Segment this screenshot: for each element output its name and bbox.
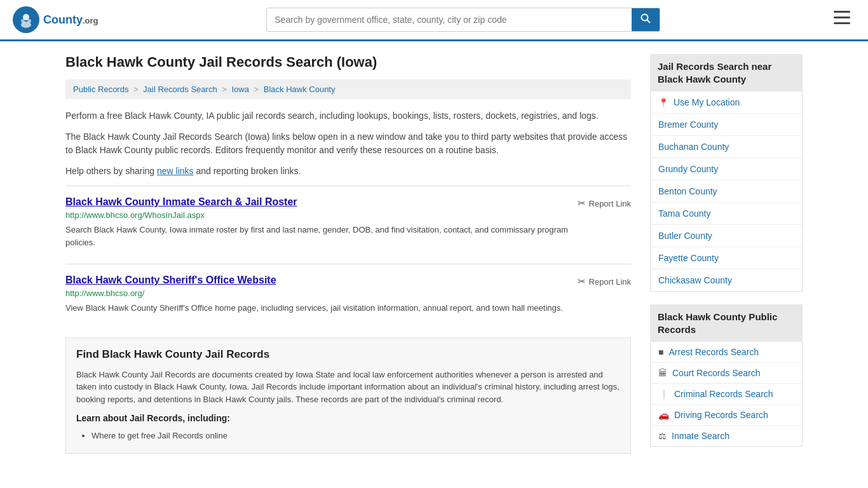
arrest-records[interactable]: ■ Arrest Records Search [651,342,802,363]
driving-icon: 🚗 [658,410,669,420]
learn-title: Learn about Jail Records, including: [76,413,620,423]
result-desc-1: Search Black Hawk County, Iowa inmate ro… [65,224,570,248]
location-icon: 📍 [658,98,668,107]
result-desc-2: View Black Hawk County Sheriff's Office … [65,302,563,315]
breadcrumb-public-records[interactable]: Public Records [73,85,128,94]
svg-point-4 [27,19,31,23]
public-records-list: ■ Arrest Records Search 🏛 Court Records … [650,342,803,447]
nearby-heading: Jail Records Search near Black Hawk Coun… [650,54,803,92]
use-my-location[interactable]: 📍 Use My Location [651,92,802,114]
svg-rect-8 [834,17,850,18]
result-url-1[interactable]: http://www.bhcso.org/WhosInJail.aspx [65,210,570,220]
svg-rect-7 [834,11,850,13]
public-records-section: Black Hawk County Public Records ■ Arres… [650,304,803,447]
logo-text: County.org [43,13,98,27]
county-butler[interactable]: Butler County [651,225,802,247]
county-chickasaw[interactable]: Chickasaw County [651,269,802,291]
menu-button[interactable] [829,8,855,31]
find-title: Find Black Hawk County Jail Records [76,348,620,361]
county-bremer[interactable]: Bremer County [651,114,802,136]
nearby-section: Jail Records Search near Black Hawk Coun… [650,54,803,292]
sidebar: Jail Records Search near Black Hawk Coun… [650,54,803,459]
report-icon-1: ✂ [578,198,586,209]
new-links-link[interactable]: new links [157,166,194,176]
report-link-2[interactable]: ✂ Report Link [578,276,631,287]
find-text: Black Hawk County Jail Records are docum… [76,369,620,406]
public-records-heading: Black Hawk County Public Records [650,304,803,342]
county-tama[interactable]: Tama County [651,203,802,225]
county-grundy[interactable]: Grundy County [651,158,802,180]
search-bar [266,8,660,32]
criminal-icon: ❕ [658,389,669,399]
driving-records[interactable]: 🚗 Driving Records Search [651,405,802,426]
inmate-search[interactable]: ⚖ Inmate Search [651,426,802,446]
find-section: Find Black Hawk County Jail Records Blac… [65,337,631,454]
breadcrumb-black-hawk[interactable]: Black Hawk County [264,85,336,94]
svg-point-5 [642,15,648,21]
logo[interactable]: County.org [13,6,98,33]
result-title-2[interactable]: Black Hawk County Sheriff's Office Websi… [65,274,276,286]
inmate-icon: ⚖ [658,431,667,441]
arrest-icon: ■ [658,347,663,357]
result-url-2[interactable]: http://www.bhcso.org/ [65,288,563,298]
search-input[interactable] [267,10,632,30]
breadcrumb-iowa[interactable]: Iowa [231,85,248,94]
nearby-list: 📍 Use My Location Bremer County Buchanan… [650,92,803,292]
learn-list: Where to get free Jail Records online [92,428,620,453]
report-icon-2: ✂ [578,276,586,287]
criminal-records[interactable]: ❕ Criminal Records Search [651,384,802,405]
learn-list-item: Where to get free Jail Records online [92,428,620,443]
search-button[interactable] [632,8,660,31]
svg-line-6 [648,20,651,24]
logo-icon [13,6,39,33]
court-records[interactable]: 🏛 Court Records Search [651,363,802,384]
page-title: Black Hawk County Jail Records Search (I… [65,54,631,71]
description-2: The Black Hawk County Jail Records Searc… [65,130,631,157]
result-card-2: Black Hawk County Sheriff's Office Websi… [65,264,631,325]
result-title-1[interactable]: Black Hawk County Inmate Search & Jail R… [65,196,297,208]
county-fayette[interactable]: Fayette County [651,247,802,269]
result-card-1: Black Hawk County Inmate Search & Jail R… [65,186,631,259]
svg-point-3 [21,19,25,23]
county-benton[interactable]: Benton County [651,180,802,203]
court-icon: 🏛 [658,368,667,378]
breadcrumb: Public Records > Jail Records Search > I… [65,79,631,99]
report-link-1[interactable]: ✂ Report Link [578,198,631,209]
svg-rect-9 [834,22,850,24]
description-3: Help others by sharing new links and rep… [65,165,631,178]
county-buchanan[interactable]: Buchanan County [651,136,802,158]
description-1: Perform a free Black Hawk County, IA pub… [65,109,631,123]
breadcrumb-jail-records[interactable]: Jail Records Search [143,85,217,94]
